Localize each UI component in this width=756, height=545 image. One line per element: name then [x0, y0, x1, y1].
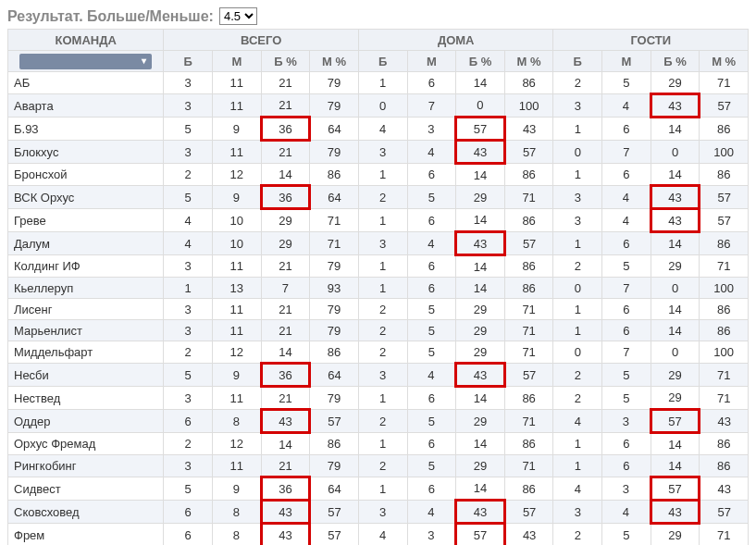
team-name-cell[interactable]: Несби — [8, 364, 164, 387]
team-name-cell[interactable]: АБ — [8, 72, 164, 94]
value-cell: 21 — [261, 299, 310, 320]
value-cell: 71 — [504, 186, 553, 209]
team-name-cell[interactable]: Блокхус — [8, 141, 164, 164]
value-cell: 86 — [504, 387, 553, 410]
value-cell: 64 — [310, 364, 359, 387]
value-cell: 21 — [261, 320, 310, 341]
col-sub[interactable]: М % — [700, 51, 749, 72]
col-sub[interactable]: Б % — [456, 51, 505, 72]
value-cell: 1 — [553, 433, 602, 455]
value-cell: 7 — [602, 341, 651, 364]
team-name-cell[interactable]: Колдинг ИФ — [8, 255, 164, 278]
col-sub[interactable]: Б % — [261, 51, 310, 72]
value-cell: 86 — [700, 164, 749, 186]
col-sub[interactable]: М — [213, 51, 262, 72]
value-cell: 14 — [651, 299, 700, 320]
col-sub[interactable]: Б — [164, 51, 213, 72]
value-cell: 100 — [700, 141, 749, 164]
team-name-cell[interactable]: Б.93 — [8, 118, 164, 141]
value-cell: 79 — [310, 455, 359, 477]
value-cell: 2 — [164, 433, 213, 455]
col-sub[interactable]: Б % — [651, 51, 700, 72]
value-cell: 6 — [407, 72, 456, 94]
value-cell: 29 — [651, 255, 700, 278]
value-cell: 11 — [213, 455, 262, 477]
team-name-cell[interactable]: Лисенг — [8, 299, 164, 320]
team-name-cell[interactable]: Нествед — [8, 387, 164, 410]
threshold-select[interactable]: 4.5 — [219, 7, 257, 25]
value-cell: 2 — [164, 341, 213, 364]
value-cell: 71 — [310, 209, 359, 232]
col-sub[interactable]: М — [602, 51, 651, 72]
col-team[interactable]: КОМАНДА — [8, 30, 164, 51]
team-name-cell[interactable]: Марьенлист — [8, 320, 164, 341]
value-cell: 1 — [358, 387, 407, 410]
table-row: Фрем684357435743252971 — [8, 524, 749, 546]
value-cell: 71 — [700, 364, 749, 387]
value-cell: 1 — [358, 164, 407, 186]
value-cell: 12 — [213, 341, 262, 364]
team-name-cell[interactable]: Далум — [8, 232, 164, 255]
value-cell: 7 — [602, 278, 651, 299]
value-cell: 0 — [553, 278, 602, 299]
table-row: Орхус Фремад2121486161486161486 — [8, 433, 749, 455]
value-cell: 21 — [261, 255, 310, 278]
value-cell: 1 — [553, 320, 602, 341]
value-cell: 3 — [164, 141, 213, 164]
value-cell: 36 — [261, 364, 310, 387]
team-name-cell[interactable]: Фрем — [8, 524, 164, 546]
team-sort-button[interactable] — [8, 51, 164, 72]
value-cell: 43 — [651, 186, 700, 209]
value-cell: 21 — [261, 141, 310, 164]
value-cell: 79 — [310, 72, 359, 94]
value-cell: 4 — [358, 118, 407, 141]
team-name-cell[interactable]: ВСК Орхус — [8, 186, 164, 209]
team-name-cell[interactable]: Миддельфарт — [8, 341, 164, 364]
team-name-cell[interactable]: Сидвест — [8, 477, 164, 501]
value-cell: 0 — [553, 341, 602, 364]
col-away[interactable]: ГОСТИ — [553, 30, 749, 51]
value-cell: 14 — [651, 320, 700, 341]
value-cell: 14 — [651, 118, 700, 141]
col-total[interactable]: ВСЕГО — [164, 30, 359, 51]
value-cell: 6 — [602, 118, 651, 141]
value-cell: 71 — [700, 524, 749, 546]
value-cell: 14 — [261, 164, 310, 186]
table-row: Сидвест593664161486435743 — [8, 477, 749, 501]
value-cell: 29 — [456, 186, 505, 209]
table-row: Далум4102971344357161486 — [8, 232, 749, 255]
team-name-cell[interactable]: Греве — [8, 209, 164, 232]
value-cell: 2 — [358, 341, 407, 364]
team-name-cell[interactable]: Рингкобинг — [8, 455, 164, 477]
value-cell: 6 — [602, 299, 651, 320]
value-cell: 5 — [164, 477, 213, 501]
value-cell: 2 — [553, 364, 602, 387]
col-home[interactable]: ДОМА — [358, 30, 553, 51]
value-cell: 0 — [651, 141, 700, 164]
team-name-cell[interactable]: Бронсхой — [8, 164, 164, 186]
col-sub[interactable]: Б — [358, 51, 407, 72]
value-cell: 1 — [358, 209, 407, 232]
value-cell: 36 — [261, 186, 310, 209]
value-cell: 43 — [651, 94, 700, 118]
team-name-cell[interactable]: Сковсховед — [8, 501, 164, 524]
col-sub[interactable]: М % — [504, 51, 553, 72]
col-sub[interactable]: М — [407, 51, 456, 72]
value-cell: 43 — [456, 141, 505, 164]
value-cell: 5 — [407, 410, 456, 433]
value-cell: 5 — [407, 455, 456, 477]
team-name-cell[interactable]: Оддер — [8, 410, 164, 433]
value-cell: 4 — [164, 209, 213, 232]
table-row: ВСК Орхус593664252971344357 — [8, 186, 749, 209]
team-name-cell[interactable]: Орхус Фремад — [8, 433, 164, 455]
value-cell: 1 — [164, 278, 213, 299]
value-cell: 2 — [358, 320, 407, 341]
col-sub[interactable]: Б — [553, 51, 602, 72]
value-cell: 3 — [602, 477, 651, 501]
value-cell: 2 — [553, 72, 602, 94]
value-cell: 4 — [602, 209, 651, 232]
filter-header: Результат. Больше/Меньше: 4.5 — [7, 7, 749, 25]
team-name-cell[interactable]: Кьеллеруп — [8, 278, 164, 299]
col-sub[interactable]: М % — [310, 51, 359, 72]
team-name-cell[interactable]: Аварта — [8, 94, 164, 118]
